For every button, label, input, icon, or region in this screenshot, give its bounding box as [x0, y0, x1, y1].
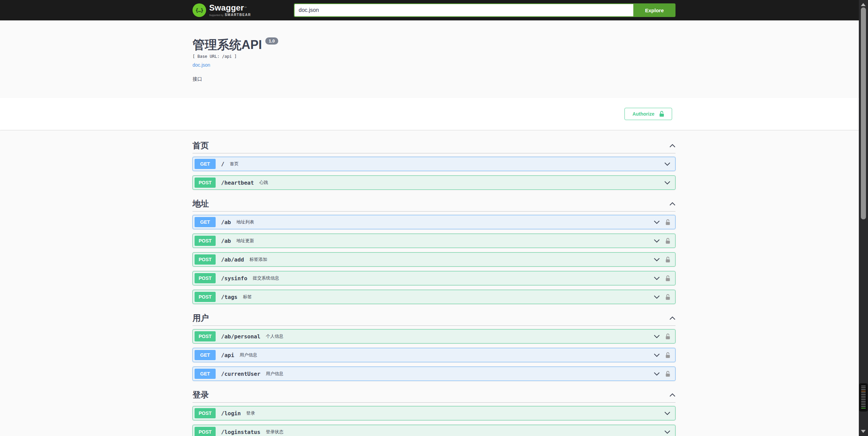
lock-icon[interactable] [665, 275, 670, 282]
scrollbar-up-arrow-icon[interactable] [861, 3, 866, 6]
operation-row[interactable]: POST /ab 地址更新 [193, 234, 675, 248]
scrollbar-down-arrow-icon[interactable] [861, 430, 866, 433]
section-operations: GET /ab 地址列表 POST /ab 地址更新 POST [193, 215, 675, 304]
scrollbar-marker-line [861, 391, 866, 391]
chevron-down-icon[interactable] [654, 353, 660, 357]
spec-doc-link[interactable]: doc.json [193, 62, 210, 68]
chevron-down-icon[interactable] [654, 258, 660, 262]
operation-row[interactable]: POST /tags 标签 [193, 290, 675, 304]
scrollbar-marker-line [861, 394, 866, 395]
operation-row[interactable]: GET / 首页 [193, 157, 675, 171]
operation-summary: 用户信息 [240, 352, 257, 358]
scrollbar-marker-line [861, 401, 866, 402]
scheme-container: Authorize [0, 98, 868, 130]
operation-row[interactable]: GET /api 用户信息 [193, 348, 675, 362]
operation-path: /ab [221, 219, 231, 225]
operation-path: /heartbeat [221, 180, 254, 186]
operation-row[interactable]: POST /login 登录 [193, 406, 675, 420]
chevron-down-icon[interactable] [654, 276, 660, 280]
method-badge: GET [195, 369, 216, 379]
chevron-up-icon[interactable] [669, 393, 675, 397]
operation-controls [664, 162, 672, 166]
section-header[interactable]: 地址 [193, 194, 675, 212]
browser-scrollbar[interactable] [859, 0, 868, 436]
operation-path: /sysinfo [221, 275, 247, 282]
scrollbar-marker-line [861, 404, 866, 405]
scrollbar-marker-line [861, 398, 866, 398]
operation-summary: 登录状态 [266, 429, 284, 435]
operation-section: 用户 POST /ab/personal 个人信息 GET /api 用户信息 [193, 308, 675, 381]
operation-row[interactable]: POST /ab/add 标签添加 [193, 252, 675, 267]
operation-path: / [221, 161, 224, 167]
chevron-up-icon[interactable] [669, 316, 675, 320]
operation-path: /loginstatus [221, 429, 261, 435]
base-url: [ Base URL: /api ] [193, 54, 675, 59]
section-title: 登录 [193, 390, 209, 400]
swagger-logo-icon: {…} [193, 3, 206, 17]
lock-icon[interactable] [665, 352, 670, 358]
lock-icon[interactable] [665, 294, 670, 300]
operation-path: /currentUser [221, 371, 261, 377]
scrollbar-marker-line [861, 403, 866, 403]
lock-icon[interactable] [665, 371, 670, 377]
method-badge: GET [195, 350, 216, 360]
operation-summary: 提交系统信息 [253, 275, 279, 281]
spec-url-form: Explore [294, 3, 675, 17]
chevron-down-icon[interactable] [654, 220, 660, 224]
swagger-logo[interactable]: {…} Swagger™ Supported by SMARTBEAR [193, 3, 251, 17]
operation-row[interactable]: POST /sysinfo 提交系统信息 [193, 271, 675, 285]
operation-summary: 心跳 [259, 180, 268, 186]
operation-row[interactable]: GET /ab 地址列表 [193, 215, 675, 229]
operation-controls [654, 294, 672, 300]
operation-row[interactable]: POST /ab/personal 个人信息 [193, 329, 675, 343]
scrollbar-marker-line [861, 406, 866, 407]
operation-row[interactable]: POST /heartbeat 心跳 [193, 175, 675, 190]
authorize-button[interactable]: Authorize [624, 108, 672, 120]
operation-section: 地址 GET /ab 地址列表 POST /ab 地址更新 [193, 194, 675, 304]
scrollbar-marker-line [861, 386, 866, 386]
operation-path: /login [221, 410, 241, 417]
chevron-down-icon[interactable] [654, 335, 660, 338]
section-operations: POST /ab/personal 个人信息 GET /api 用户信息 [193, 329, 675, 381]
lock-icon[interactable] [665, 219, 670, 225]
chevron-up-icon[interactable] [669, 202, 675, 206]
explore-button[interactable]: Explore [633, 3, 675, 17]
operation-row[interactable]: POST /loginstatus 登录状态 [193, 425, 675, 436]
operation-summary: 地址列表 [236, 219, 254, 225]
chevron-down-icon[interactable] [654, 295, 660, 299]
scrollbar-marker-line [861, 408, 866, 408]
chevron-up-icon[interactable] [669, 144, 675, 148]
spec-url-input[interactable] [294, 3, 633, 17]
chevron-down-icon[interactable] [664, 162, 670, 166]
operation-path: /ab/add [221, 256, 244, 263]
api-description: 接口 [193, 76, 675, 82]
scrollbar-marker-line [861, 392, 866, 393]
operation-summary: 用户信息 [266, 371, 284, 377]
chevron-down-icon[interactable] [654, 372, 660, 376]
lock-icon[interactable] [665, 256, 670, 263]
chevron-down-icon[interactable] [664, 181, 670, 185]
section-operations: GET / 首页 POST /heartbeat 心跳 [193, 157, 675, 190]
section-header[interactable]: 登录 [193, 385, 675, 403]
section-header[interactable]: 首页 [193, 136, 675, 153]
chevron-down-icon[interactable] [664, 412, 670, 415]
scrollbar-marker-line [861, 387, 866, 388]
scrollbar-thumb[interactable] [861, 7, 866, 219]
operation-controls [654, 333, 672, 340]
chevron-down-icon[interactable] [654, 239, 660, 243]
operation-summary: 登录 [246, 410, 255, 416]
lock-icon[interactable] [665, 238, 670, 244]
lock-icon[interactable] [665, 333, 670, 340]
page-title: 管理系统API 1.0 [193, 37, 675, 52]
scrollbar-markers [859, 383, 868, 412]
method-badge: POST [195, 178, 216, 188]
operation-controls [654, 371, 672, 377]
authorize-label: Authorize [632, 111, 654, 117]
operation-row[interactable]: GET /currentUser 用户信息 [193, 367, 675, 381]
operation-path: /tags [221, 294, 237, 300]
operation-controls [664, 181, 672, 185]
section-header[interactable]: 用户 [193, 308, 675, 326]
chevron-down-icon[interactable] [664, 430, 670, 434]
section-title: 用户 [193, 313, 209, 323]
operation-controls [654, 352, 672, 358]
